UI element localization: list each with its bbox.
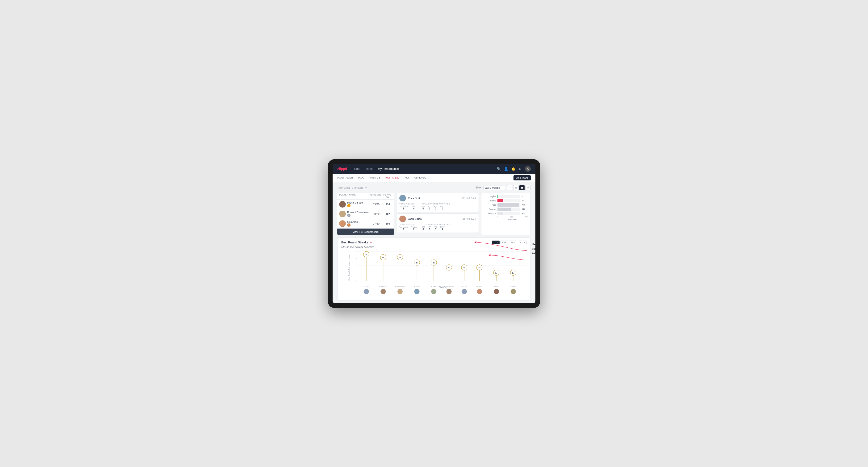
edit-icon[interactable]: ✏ <box>365 186 367 189</box>
player-cards-col: Rees Britt 02 Sep 2023 Total Rounds Tour… <box>396 193 479 235</box>
svg-text:4x: 4x <box>463 267 465 269</box>
svg-text:6x: 6x <box>382 257 384 259</box>
svg-point-39 <box>446 289 452 294</box>
player-name-edward: Edward Crossman <box>347 211 369 214</box>
svg-point-54 <box>494 289 499 294</box>
rees-putt-val: 0 <box>440 207 444 210</box>
svg-text:3x: 3x <box>512 272 514 274</box>
list-view-btn[interactable]: ☷ <box>513 185 519 190</box>
subnav-pgat[interactable]: PGAT Players <box>337 174 353 182</box>
card-name-rees: Rees Britt <box>408 197 460 199</box>
table-header: PLAYER NAME PB SCORE PB AVG SQ <box>337 193 394 199</box>
streaks-chart: Best Streak, Fairway Accuracy 0 <box>341 250 527 298</box>
badge-2: 2 <box>347 214 350 217</box>
score-cameron: 17/20 <box>370 222 382 225</box>
svg-point-19 <box>380 289 385 294</box>
player-row-2[interactable]: Edward Crossman 2 18/20 107 <box>337 209 394 219</box>
nav-home[interactable]: Home <box>352 167 360 170</box>
card-stats-rees: Total Rounds Tournament 8 Practice 4 <box>399 203 476 210</box>
player-name-richard: Richard Butler <box>347 201 369 204</box>
streaks-filter: OTT APP ARG PUTT <box>492 241 527 244</box>
player-card-rees-britt: Rees Britt 02 Sep 2023 Total Rounds Tour… <box>396 193 479 212</box>
nav-teams[interactable]: Teams <box>365 167 373 170</box>
svg-text:4x: 4x <box>478 267 480 269</box>
subnav-pga[interactable]: PGA <box>358 174 364 182</box>
svg-text:R. Britt: R. Britt <box>431 285 436 287</box>
josh-practice-label: Total Practice Activities <box>422 224 450 226</box>
bar-axis: 0 200 400 <box>484 216 528 218</box>
arrow-indicator: ← <box>370 241 373 244</box>
subnav-tour[interactable]: Tour <box>404 174 409 182</box>
tablet-screen: clippd Home Teams My Performance 🔍 👤 🔔 ⚙… <box>333 164 535 303</box>
subnav-team-clippd[interactable]: Team Clippd <box>385 174 399 182</box>
josh-arg-val: 0 <box>434 228 437 231</box>
leaderboard-col: PLAYER NAME PB SCORE PB AVG SQ Richard B… <box>337 193 394 235</box>
svg-point-14 <box>364 289 369 294</box>
filter-app[interactable]: APP <box>500 241 508 244</box>
player-name-cameron: Cameron... <box>347 220 369 223</box>
subnav: PGAT Players PGA Hcaps 1-5 Team Clippd T… <box>333 174 535 182</box>
streaks-title: Best Round Streaks <box>341 241 368 244</box>
svg-point-49 <box>477 289 482 294</box>
svg-text:J. Coles: J. Coles <box>414 285 420 287</box>
two-col-layout: PLAYER NAME PB SCORE PB AVG SQ Richard B… <box>337 193 531 235</box>
bar-birdies <box>497 199 503 203</box>
main-content: Team Clippd 14 Players ✏ Show Last 3 mon… <box>333 182 535 303</box>
team-title: Team Clippd 14 Players <box>337 186 363 189</box>
total-practice-label: Total Practice Activities <box>422 203 450 205</box>
streaks-svg: 0 2 4 6 8 7x E. Elwit <box>358 250 527 284</box>
nav-right: 🔍 👤 🔔 ⚙ A <box>497 166 531 172</box>
josh-ott-val: 0 <box>422 228 425 231</box>
view-leaderboard-button[interactable]: View Full Leaderboard <box>337 228 394 235</box>
svg-text:C. Quick: C. Quick <box>510 285 516 287</box>
bar-eagles <box>497 195 498 198</box>
search-icon[interactable]: 🔍 <box>497 167 501 171</box>
subnav-all-players[interactable]: All Players <box>414 174 426 182</box>
svg-text:7x: 7x <box>365 253 367 256</box>
player-row-3[interactable]: Cameron... 3 17/20 103 <box>337 219 394 228</box>
settings-icon[interactable]: ⚙ <box>519 167 522 171</box>
svg-point-24 <box>398 289 403 294</box>
filter-ott[interactable]: OTT <box>492 241 500 244</box>
svg-text:E. Elwit: E. Elwit <box>364 285 369 287</box>
rees-practice-val: 4 <box>411 207 417 210</box>
period-select-wrapper[interactable]: Last 3 months Last 6 months Last 12 mont… <box>483 185 505 190</box>
card-avatar-rees <box>399 195 406 201</box>
streaks-subtitle: Off The Tee, Fairway Accuracy <box>341 246 527 248</box>
streaks-section: Best Round Streaks ← OTT APP ARG PUTT Of… <box>337 238 531 301</box>
avatar[interactable]: A <box>525 166 531 172</box>
chart-view-btn[interactable]: ✎ <box>526 185 531 190</box>
card-top-josh: Josh Coles 26 Aug 2023 <box>399 216 476 222</box>
add-team-button[interactable]: Add Team <box>514 175 531 181</box>
user-icon[interactable]: 👤 <box>504 167 508 171</box>
subnav-right: Add Team <box>514 175 531 181</box>
score-richard: 19/20 <box>370 203 382 206</box>
period-select[interactable]: Last 3 months Last 6 months Last 12 mont… <box>483 186 505 190</box>
bar-chart-col: Eagles 3 Birdies 96 Pars <box>481 193 531 235</box>
streaks-header: Best Round Streaks ← OTT APP ARG PUTT <box>341 241 527 244</box>
player-row-1[interactable]: Richard Butler 1 19/20 110 <box>337 199 394 209</box>
avatar-cameron <box>339 220 346 227</box>
th-pb-avg: PB AVG SQ <box>382 194 392 198</box>
card-view-btn[interactable]: ◼ <box>519 185 525 190</box>
navbar: clippd Home Teams My Performance 🔍 👤 🔔 ⚙… <box>333 164 535 174</box>
bell-icon[interactable]: 🔔 <box>512 167 516 171</box>
bar-row-bogeys: Bogeys 311 <box>484 208 528 211</box>
svg-point-34 <box>431 289 436 294</box>
total-rounds-label: Total Rounds <box>399 203 417 205</box>
svg-text:D. Ford: D. Ford <box>461 285 467 287</box>
grid-view-btn[interactable]: ☄ <box>507 185 512 190</box>
svg-point-29 <box>414 289 420 294</box>
card-date-rees: 02 Sep 2023 <box>462 197 476 199</box>
nav-my-performance[interactable]: My Performance <box>378 167 399 170</box>
card-name-josh: Josh Coles <box>408 217 461 220</box>
filter-putt[interactable]: PUTT <box>518 241 527 244</box>
subnav-hcaps[interactable]: Hcaps 1-5 <box>368 174 380 182</box>
avg-cameron: 103 <box>383 222 392 225</box>
svg-text:6x: 6x <box>399 257 401 259</box>
card-stats-josh: Total Rounds Tournament 7 Practice 2 <box>399 224 476 231</box>
score-edward: 18/20 <box>370 213 382 215</box>
svg-text:5x: 5x <box>433 262 435 264</box>
filter-arg[interactable]: ARG <box>509 241 517 244</box>
svg-text:B. McHerg: B. McHerg <box>379 285 387 287</box>
